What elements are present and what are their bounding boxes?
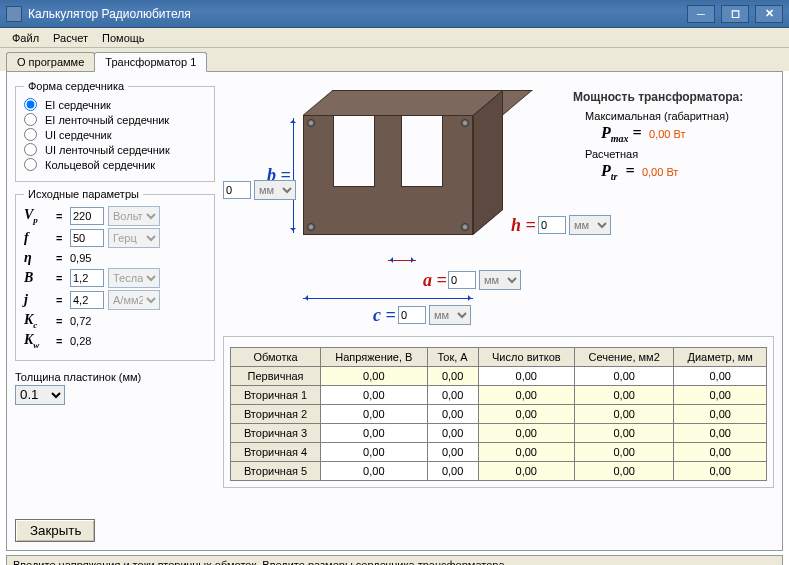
cell-turns: 0,00 [478, 443, 574, 462]
dim-c-row: мм [398, 305, 471, 325]
vp-input[interactable] [70, 207, 104, 225]
J-unit[interactable]: А/мм2 [108, 290, 160, 310]
tabstrip: О программе Трансформатор 1 [0, 48, 789, 71]
f-input[interactable] [70, 229, 104, 247]
param-eta: η = 0,95 [24, 250, 206, 266]
minimize-button[interactable]: ─ [687, 5, 715, 23]
row-name: Первичная [231, 367, 321, 386]
statusbar: Введите напряжения и токи вторичных обмо… [6, 555, 783, 565]
radio-ei-tape[interactable]: EI ленточный сердечник [24, 113, 206, 126]
power-max-value: 0,00 Вт [649, 128, 685, 140]
cell-voltage[interactable]: 0,00 [321, 405, 428, 424]
dim-h-unit[interactable]: мм [569, 215, 611, 235]
core-shape-group: Форма сердечника EI сердечник EI ленточн… [15, 80, 215, 182]
param-Kc: Kc = 0,72 [24, 312, 206, 330]
cell-voltage[interactable]: 0,00 [321, 462, 428, 481]
B-input[interactable] [70, 269, 104, 287]
cell-current[interactable]: 0,00 [427, 405, 478, 424]
arrow-c [303, 298, 473, 299]
cell-turns: 0,00 [478, 386, 574, 405]
dim-b-input[interactable] [223, 181, 251, 199]
param-Kw: Kw = 0,28 [24, 332, 206, 350]
dim-a-unit[interactable]: мм [479, 270, 521, 290]
arrow-b [293, 118, 294, 233]
power-calc-label: Расчетная [585, 148, 770, 160]
dim-a-label: a = [423, 270, 447, 291]
col-section: Сечение, мм2 [574, 348, 673, 367]
plate-thickness-select[interactable]: 0.1 [15, 385, 65, 405]
dim-a-row: мм [448, 270, 521, 290]
menubar: Файл Расчет Помощь [0, 28, 789, 48]
param-vp: Vp = Вольт [24, 206, 206, 226]
cell-current[interactable]: 0,00 [427, 462, 478, 481]
arrow-a [388, 260, 416, 261]
dim-h-input[interactable] [538, 216, 566, 234]
col-diam: Диаметр, мм [674, 348, 767, 367]
J-input[interactable] [70, 291, 104, 309]
core-shape-legend: Форма сердечника [24, 80, 128, 92]
eta-value: 0,95 [70, 252, 91, 264]
cell-current[interactable]: 0,00 [427, 443, 478, 462]
row-name: Вторичная 2 [231, 405, 321, 424]
tab-transformer-1[interactable]: Трансформатор 1 [94, 52, 207, 72]
cell-section: 0,00 [574, 367, 673, 386]
dim-c-input[interactable] [398, 306, 426, 324]
cell-current[interactable]: 0,00 [427, 367, 478, 386]
radio-ring[interactable]: Кольцевой сердечник [24, 158, 206, 171]
dim-h-row: мм [538, 215, 611, 235]
power-panel: Мощность трансформатора: Максимальная (г… [563, 80, 774, 330]
table-row: Вторичная 20,000,000,000,000,00 [231, 405, 767, 424]
cell-current[interactable]: 0,00 [427, 386, 478, 405]
cell-voltage[interactable]: 0,00 [321, 367, 428, 386]
dim-b-unit[interactable]: мм [254, 180, 296, 200]
windings-table: Обмотка Напряжение, В Ток, А Число витко… [230, 347, 767, 481]
kw-value: 0,28 [70, 335, 91, 347]
menu-calc[interactable]: Расчет [47, 30, 94, 46]
params-group: Исходные параметры Vp = Вольт f = Герц η… [15, 188, 215, 361]
table-row: Вторичная 10,000,000,000,000,00 [231, 386, 767, 405]
cell-section: 0,00 [574, 386, 673, 405]
power-calc-value: 0,00 Вт [642, 166, 678, 178]
col-current: Ток, А [427, 348, 478, 367]
core-shape-icon [303, 90, 503, 235]
windings-table-wrap: Обмотка Напряжение, В Ток, А Число витко… [223, 336, 774, 488]
dim-c-unit[interactable]: мм [429, 305, 471, 325]
radio-ui-tape[interactable]: UI ленточный сердечник [24, 143, 206, 156]
B-unit[interactable]: Тесла [108, 268, 160, 288]
dim-b-row: мм [223, 180, 296, 200]
cell-section: 0,00 [574, 462, 673, 481]
kc-value: 0,72 [70, 315, 91, 327]
cell-diameter: 0,00 [674, 424, 767, 443]
tab-about[interactable]: О программе [6, 52, 95, 71]
cell-voltage[interactable]: 0,00 [321, 424, 428, 443]
radio-ui[interactable]: UI сердечник [24, 128, 206, 141]
vp-unit[interactable]: Вольт [108, 206, 160, 226]
col-voltage: Напряжение, В [321, 348, 428, 367]
cell-diameter: 0,00 [674, 443, 767, 462]
maximize-button[interactable]: ◻ [721, 5, 749, 23]
close-button[interactable]: Закрыть [15, 519, 95, 542]
cell-diameter: 0,00 [674, 386, 767, 405]
col-winding: Обмотка [231, 348, 321, 367]
app-icon [6, 6, 22, 22]
cell-turns: 0,00 [478, 424, 574, 443]
dim-a-input[interactable] [448, 271, 476, 289]
menu-help[interactable]: Помощь [96, 30, 151, 46]
cell-diameter: 0,00 [674, 462, 767, 481]
radio-ei[interactable]: EI сердечник [24, 98, 206, 111]
table-row: Вторичная 50,000,000,000,000,00 [231, 462, 767, 481]
cell-turns: 0,00 [478, 367, 574, 386]
row-name: Вторичная 4 [231, 443, 321, 462]
f-unit[interactable]: Герц [108, 228, 160, 248]
params-legend: Исходные параметры [24, 188, 143, 200]
cell-voltage[interactable]: 0,00 [321, 443, 428, 462]
menu-file[interactable]: Файл [6, 30, 45, 46]
param-J: j = А/мм2 [24, 290, 206, 310]
plate-thickness-label: Толщина пластинок (мм) [15, 371, 215, 383]
row-name: Вторичная 3 [231, 424, 321, 443]
cell-section: 0,00 [574, 405, 673, 424]
dim-h-label: h = [511, 215, 536, 236]
close-window-button[interactable]: ✕ [755, 5, 783, 23]
cell-voltage[interactable]: 0,00 [321, 386, 428, 405]
cell-current[interactable]: 0,00 [427, 424, 478, 443]
